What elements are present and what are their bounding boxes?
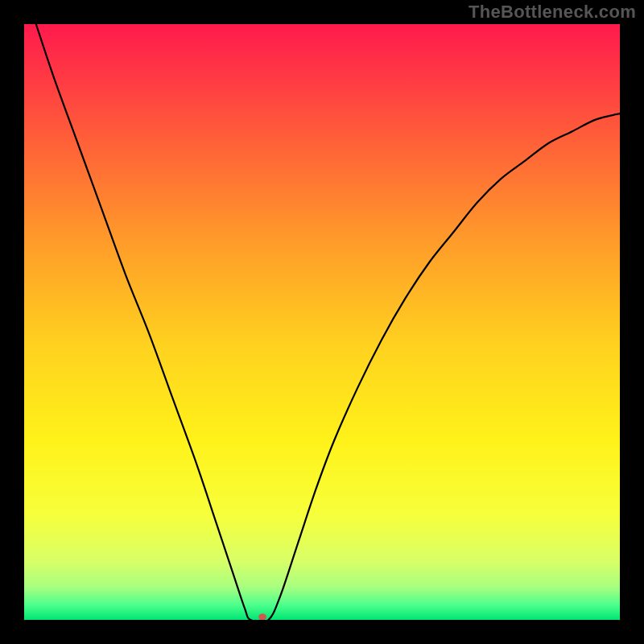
bottleneck-marker — [258, 613, 266, 620]
gradient-background — [24, 24, 620, 620]
chart-container: TheBottleneck.com — [0, 0, 644, 644]
bottleneck-chart — [24, 24, 620, 620]
plot-frame — [24, 24, 620, 620]
watermark-text: TheBottleneck.com — [469, 2, 636, 23]
